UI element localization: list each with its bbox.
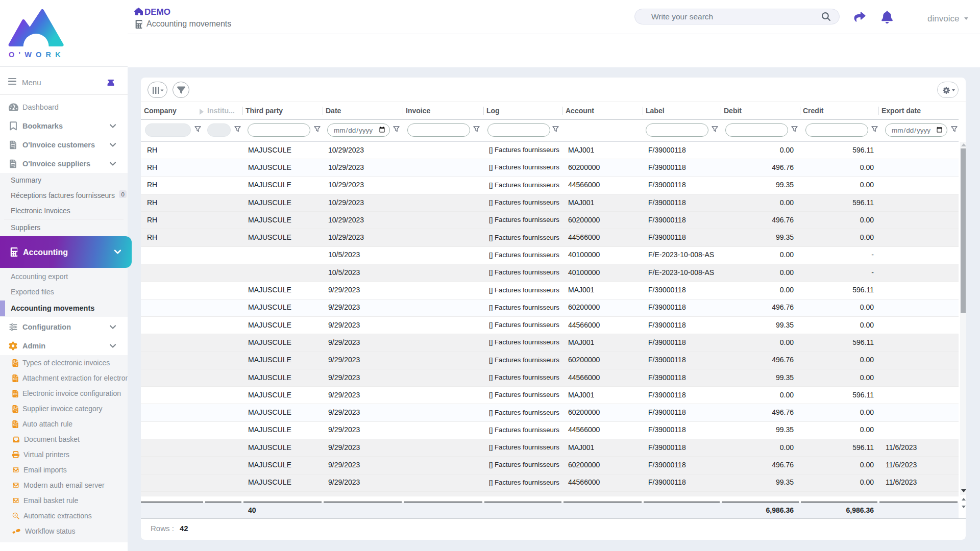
svg-text:O'WORK: O'WORK	[9, 51, 64, 58]
